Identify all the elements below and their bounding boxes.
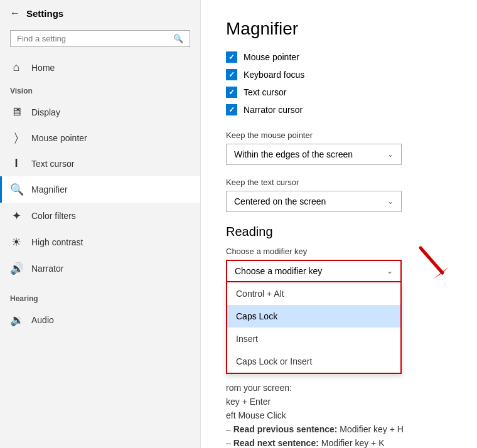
reading-text-block: rom your screen: key + Enter eft Mouse C… [226,383,452,448]
mouse-pointer-dropdown-label: Keep the mouse pointer [226,131,452,140]
text-cursor-dropdown-label: Keep the text cursor [226,178,452,187]
sidebar-item-mouse-pointer[interactable]: 〉 Mouse pointer [0,125,200,151]
chevron-down-icon-3: ⌄ [387,267,393,275]
main-content: Magnifier Mouse pointer Keyboard focus T… [201,0,477,448]
checkbox-keyboard-focus-icon[interactable] [226,69,237,80]
display-icon: 🖥 [10,105,23,119]
sidebar-item-high-contrast[interactable]: ☀ High contrast [0,229,200,255]
mouse-pointer-dropdown-container: Keep the mouse pointer Within the edges … [226,131,452,165]
hearing-section-label: Hearing [0,288,200,307]
checkbox-text-cursor-icon[interactable] [226,87,237,98]
modifier-option-ctrl-alt[interactable]: Control + Alt [227,282,400,305]
audio-icon: 🔉 [10,313,23,327]
sidebar-item-label: Color filters [31,211,76,221]
chevron-down-icon: ⌄ [387,150,394,159]
chevron-down-icon-2: ⌄ [387,197,394,206]
checkbox-text-cursor-label: Text cursor [244,87,286,97]
back-button[interactable]: ← [10,8,20,19]
text-cursor-icon: I [10,157,23,170]
checkbox-keyboard-focus[interactable]: Keyboard focus [226,69,452,80]
checkbox-mouse-pointer-icon[interactable] [226,51,237,63]
sidebar-item-home[interactable]: ⌂ Home [0,55,200,80]
read-prev-sentence: – Read previous sentence: Modifier key +… [226,424,452,434]
magnifier-checkbox-group: Mouse pointer Keyboard focus Text cursor… [226,51,452,115]
home-icon: ⌂ [10,61,23,74]
sidebar-title: Settings [26,8,63,19]
sidebar-item-display[interactable]: 🖥 Display [0,99,200,125]
checkbox-narrator-cursor-icon[interactable] [226,104,237,115]
mouse-pointer-icon: 〉 [10,131,23,144]
checkbox-narrator-cursor[interactable]: Narrator cursor [226,104,452,115]
magnifier-icon: 🔍 [10,183,23,196]
sidebar-item-label: High contrast [31,237,83,247]
sidebar-item-label: Mouse pointer [31,133,87,143]
search-input[interactable] [17,34,173,43]
sidebar-item-color-filters[interactable]: ✦ Color filters [0,203,200,229]
checkbox-narrator-cursor-label: Narrator cursor [244,105,303,115]
sidebar: ← Settings 🔍 ⌂ Home Vision 🖥 Display 〉 M… [0,0,201,448]
checkbox-text-cursor[interactable]: Text cursor [226,87,452,98]
sidebar-header: ← Settings [0,0,200,26]
modifier-key-label: Choose a modifier key [226,247,452,256]
modifier-option-caps-lock[interactable]: Caps Lock [227,305,400,328]
read-click-text: eft Mouse Click [226,410,452,420]
sidebar-item-label: Audio [31,315,54,325]
modifier-option-insert[interactable]: Insert [227,328,400,350]
modifier-key-open-list: Control + Alt Caps Lock Insert Caps Lock… [226,282,402,374]
sidebar-item-audio[interactable]: 🔉 Audio [0,307,200,333]
vision-section-label: Vision [0,80,200,99]
checkbox-mouse-pointer[interactable]: Mouse pointer [226,51,452,63]
reading-section-title: Reading [226,225,452,239]
sidebar-item-label: Narrator [31,264,63,274]
mouse-pointer-dropdown[interactable]: Within the edges of the screen ⌄ [226,144,402,165]
checkbox-keyboard-focus-label: Keyboard focus [244,70,304,80]
modifier-option-caps-lock-or-insert[interactable]: Caps Lock or Insert [227,350,400,373]
text-cursor-dropdown[interactable]: Centered on the screen ⌄ [226,191,402,212]
checkbox-mouse-pointer-label: Mouse pointer [244,52,299,62]
sidebar-item-narrator[interactable]: 🔊 Narrator [0,255,200,282]
search-box[interactable]: 🔍 [10,30,190,47]
modifier-key-value: Choose a modifier key [235,266,322,276]
sidebar-item-label: Home [31,63,55,73]
color-filters-icon: ✦ [10,209,23,223]
text-cursor-dropdown-value: Centered on the screen [234,196,326,206]
read-screen-text: rom your screen: [226,383,452,393]
narrator-icon: 🔊 [10,262,23,275]
search-icon: 🔍 [173,34,183,43]
sidebar-item-label: Display [31,107,60,117]
read-enter-text: key + Enter [226,397,452,407]
text-cursor-dropdown-container: Keep the text cursor Centered on the scr… [226,178,452,212]
modifier-key-wrapper: Choose a modifier key Choose a modifier … [226,247,452,282]
sidebar-item-text-cursor[interactable]: I Text cursor [0,151,200,176]
modifier-key-dropdown[interactable]: Choose a modifier key ⌄ [226,260,402,282]
page-title: Magnifier [226,19,452,39]
read-next-sentence: – Read next sentence: Modifier key + K [226,438,452,448]
high-contrast-icon: ☀ [10,235,23,249]
mouse-pointer-dropdown-value: Within the edges of the screen [234,149,353,159]
sidebar-item-magnifier[interactable]: 🔍 Magnifier [0,176,200,203]
sidebar-item-label: Magnifier [31,184,68,195]
sidebar-item-label: Text cursor [31,159,74,169]
